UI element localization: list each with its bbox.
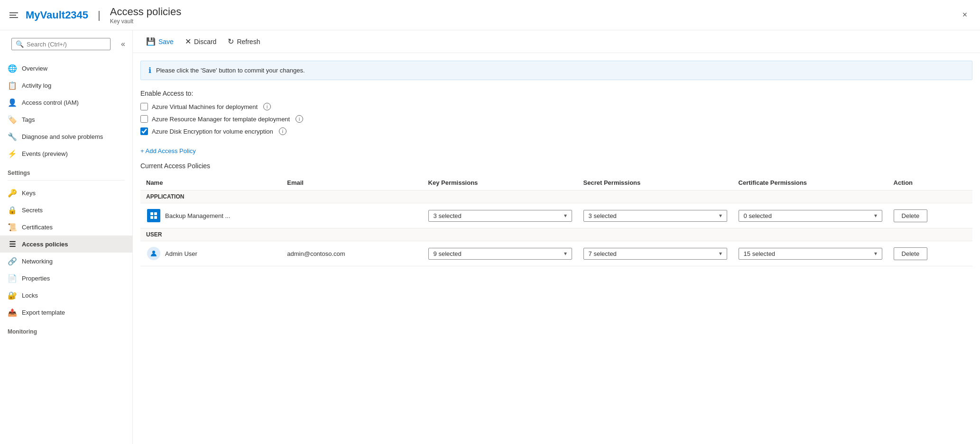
th-secret-permissions: Secret Permissions bbox=[578, 175, 733, 190]
checkbox-arm-label: Azure Resource Manager for template depl… bbox=[152, 116, 290, 123]
user-cert-permissions-dropdown[interactable]: 15 selected ▾ bbox=[739, 248, 882, 260]
arm-info-icon[interactable]: i bbox=[296, 115, 303, 123]
sidebar-item-locks-label: Locks bbox=[22, 292, 38, 299]
settings-divider bbox=[8, 180, 125, 181]
export-icon: 📤 bbox=[8, 308, 17, 317]
access-policies-icon: ☰ bbox=[8, 239, 17, 249]
content-area: Enable Access to: Azure Virtual Machines… bbox=[133, 80, 980, 276]
nav-section-settings: 🔑 Keys 🔒 Secrets 📜 Certificates ☰ Access… bbox=[0, 182, 132, 323]
sidebar-item-locks[interactable]: 🔐 Locks bbox=[0, 287, 132, 304]
svg-rect-2 bbox=[150, 216, 153, 219]
sidebar-item-secrets-label: Secrets bbox=[22, 207, 43, 214]
group-label-user: USER bbox=[140, 228, 972, 241]
policies-table: Name Email Key Permissions Secret Permis… bbox=[140, 175, 972, 266]
app-cert-permissions-dropdown[interactable]: 0 selected ▾ bbox=[739, 210, 882, 222]
hamburger-menu[interactable] bbox=[8, 10, 20, 20]
tags-icon: 🏷️ bbox=[8, 115, 17, 124]
table-row: Admin User admin@contoso.com 9 selected … bbox=[140, 241, 972, 266]
user-row-secret-permissions: 7 selected ▾ bbox=[578, 241, 733, 266]
sidebar-item-overview-label: Overview bbox=[22, 65, 47, 72]
sidebar-item-overview[interactable]: 🌐 Overview bbox=[0, 60, 132, 77]
close-button[interactable]: × bbox=[957, 8, 972, 23]
sidebar-item-certificates[interactable]: 📜 Certificates bbox=[0, 218, 132, 236]
app-row-action: Delete bbox=[888, 203, 972, 228]
checkbox-disk[interactable] bbox=[140, 127, 148, 135]
sidebar-item-properties-label: Properties bbox=[22, 275, 50, 282]
discard-button[interactable]: ✕ Discard bbox=[179, 34, 222, 49]
disk-info-icon[interactable]: i bbox=[279, 127, 287, 135]
sidebar-item-secrets[interactable]: 🔒 Secrets bbox=[0, 201, 132, 218]
user-delete-button[interactable]: Delete bbox=[894, 247, 928, 260]
user-key-permissions-dropdown[interactable]: 9 selected ▾ bbox=[428, 248, 572, 260]
group-row-application: APPLICATION bbox=[140, 190, 972, 203]
iam-icon: 👤 bbox=[8, 98, 17, 107]
app-secret-permissions-dropdown[interactable]: 3 selected ▾ bbox=[583, 210, 727, 222]
sidebar-item-activity-log-label: Activity log bbox=[22, 82, 51, 89]
user-row-cert-permissions: 15 selected ▾ bbox=[733, 241, 888, 266]
app-delete-button[interactable]: Delete bbox=[894, 209, 928, 222]
app-row-name-cell: Backup Management ... bbox=[140, 203, 281, 228]
sidebar-item-keys[interactable]: 🔑 Keys bbox=[0, 184, 132, 201]
sidebar-item-export[interactable]: 📤 Export template bbox=[0, 304, 132, 321]
sidebar-item-properties[interactable]: 📄 Properties bbox=[0, 270, 132, 287]
collapse-button[interactable]: « bbox=[119, 38, 127, 50]
sidebar-item-networking[interactable]: 🔗 Networking bbox=[0, 253, 132, 270]
sidebar-item-certificates-label: Certificates bbox=[22, 224, 53, 231]
vault-name: MyVault2345 bbox=[26, 9, 88, 21]
app-row-name: Backup Management ... bbox=[146, 208, 276, 223]
keys-icon: 🔑 bbox=[8, 188, 17, 198]
settings-section-label: Settings bbox=[0, 164, 132, 178]
sidebar-item-events-label: Events (preview) bbox=[22, 150, 68, 157]
sidebar-item-iam[interactable]: 👤 Access control (IAM) bbox=[0, 94, 132, 111]
discard-icon: ✕ bbox=[185, 37, 191, 46]
header-separator: | bbox=[98, 9, 101, 21]
current-policies-label: Current Access Policies bbox=[140, 162, 972, 170]
activity-log-icon: 📋 bbox=[8, 81, 17, 90]
sidebar-item-activity-log[interactable]: 📋 Activity log bbox=[0, 77, 132, 94]
user-key-permissions-value: 9 selected bbox=[434, 250, 462, 257]
user-secret-permissions-value: 7 selected bbox=[589, 250, 617, 257]
app-row-key-permissions: 3 selected ▾ bbox=[423, 203, 578, 228]
add-access-policy-link[interactable]: + Add Access Policy bbox=[140, 147, 196, 154]
info-bar: ℹ Please click the 'Save' button to comm… bbox=[140, 61, 972, 80]
search-icon: 🔍 bbox=[16, 40, 24, 48]
nav-section-main: 🌐 Overview 📋 Activity log 👤 Access contr… bbox=[0, 58, 132, 164]
group-label-application: APPLICATION bbox=[140, 190, 972, 203]
vm-info-icon[interactable]: i bbox=[263, 103, 271, 110]
refresh-button[interactable]: ↻ Refresh bbox=[222, 34, 266, 49]
overview-icon: 🌐 bbox=[8, 63, 17, 73]
sidebar-item-events[interactable]: ⚡ Events (preview) bbox=[0, 145, 132, 162]
locks-icon: 🔐 bbox=[8, 290, 17, 300]
table-header-row: Name Email Key Permissions Secret Permis… bbox=[140, 175, 972, 190]
sidebar-item-diagnose[interactable]: 🔧 Diagnose and solve problems bbox=[0, 128, 132, 145]
user-secret-permissions-dropdown[interactable]: 7 selected ▾ bbox=[583, 248, 727, 260]
sidebar-item-access-policies[interactable]: ☰ Access policies bbox=[0, 236, 132, 253]
sidebar-item-tags[interactable]: 🏷️ Tags bbox=[0, 111, 132, 128]
user-icon-container bbox=[146, 246, 161, 261]
user-cert-permissions-value: 15 selected bbox=[744, 250, 776, 257]
header-left: MyVault2345 | Access policies Key vault bbox=[8, 6, 957, 25]
events-icon: ⚡ bbox=[8, 149, 17, 158]
user-row-name: Admin User bbox=[146, 246, 276, 261]
chevron-down-icon: ▾ bbox=[564, 212, 567, 219]
save-label: Save bbox=[158, 38, 174, 45]
checkbox-arm[interactable] bbox=[140, 115, 148, 123]
refresh-label: Refresh bbox=[237, 38, 260, 45]
enable-access-label: Enable Access to: bbox=[140, 90, 972, 97]
th-email: Email bbox=[281, 175, 422, 190]
checkbox-vm[interactable] bbox=[140, 103, 148, 110]
properties-icon: 📄 bbox=[8, 273, 17, 283]
discard-label: Discard bbox=[194, 38, 216, 45]
chevron-down-icon: ▾ bbox=[874, 250, 877, 257]
save-button[interactable]: 💾 Save bbox=[140, 34, 179, 49]
checkbox-vm-label: Azure Virtual Machines for deployment bbox=[152, 103, 258, 110]
checkbox-disk-row: Azure Disk Encryption for volume encrypt… bbox=[140, 127, 972, 135]
th-name: Name bbox=[140, 175, 281, 190]
svg-point-4 bbox=[152, 251, 155, 254]
page-title: Access policies bbox=[110, 6, 181, 18]
chevron-down-icon: ▾ bbox=[719, 212, 722, 219]
search-input[interactable] bbox=[27, 41, 106, 48]
app-key-permissions-dropdown[interactable]: 3 selected ▾ bbox=[428, 210, 572, 222]
save-icon: 💾 bbox=[146, 37, 156, 46]
user-row-name-text: Admin User bbox=[165, 250, 197, 257]
